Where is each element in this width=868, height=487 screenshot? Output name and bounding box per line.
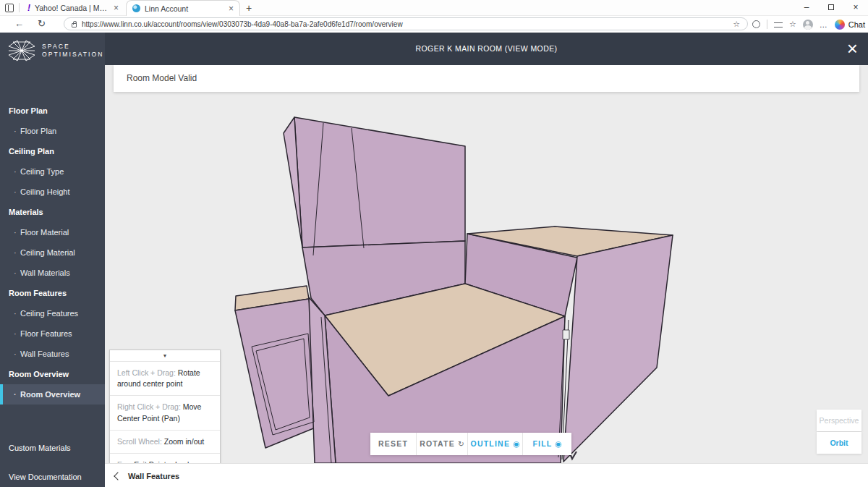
- new-tab-button[interactable]: +: [246, 2, 252, 14]
- sidebar-item-label: Ceiling Height: [20, 187, 69, 196]
- radio-on-icon: ◉: [513, 439, 519, 448]
- help-label: Right Click + Drag:: [117, 402, 183, 411]
- sidebar-item-custom-materials[interactable]: Custom Materials: [0, 438, 105, 458]
- sidebar-section-room-overview: Room Overview: [0, 364, 105, 384]
- yahoo-favicon-icon: !: [27, 3, 30, 13]
- close-tab-icon[interactable]: ×: [229, 4, 234, 14]
- back-wall-features-link[interactable]: Wall Features: [115, 464, 179, 487]
- bullet-icon: ·: [14, 161, 17, 182]
- sidebar-item-label: Wall Materials: [20, 268, 70, 277]
- tab-title: Linn Account: [145, 4, 224, 13]
- bullet-icon: ·: [14, 344, 17, 364]
- favorites-hub-icon[interactable]: ☆: [789, 20, 796, 29]
- sidebar-item-ceiling-material[interactable]: ·Ceiling Material: [0, 242, 105, 263]
- sidebar-item-floor-material[interactable]: ·Floor Material: [0, 222, 105, 242]
- copilot-chat-button[interactable]: Chat: [835, 20, 865, 30]
- sidebar-item-label: Floor Plan: [20, 127, 56, 135]
- sidebar-section-ceiling-plan: Ceiling Plan: [0, 141, 105, 161]
- browser-navbar: ← ↻ https://www.linn.co.uk/account/rooms…: [0, 16, 868, 33]
- room-3d-viewport[interactable]: Room Model Valid ▼ Left Click + Drag: Ro…: [105, 65, 868, 463]
- copilot-chat-label: Chat: [848, 20, 865, 29]
- tab-yahoo[interactable]: ! Yahoo! Canada | Mail, Weather, Se ×: [22, 0, 124, 16]
- help-label: Left Click + Drag:: [117, 368, 178, 377]
- minimize-button[interactable]: –: [794, 0, 819, 16]
- status-banner: Room Model Valid: [114, 65, 859, 92]
- bullet-icon: ·: [14, 121, 17, 141]
- lock-icon: [72, 23, 77, 27]
- reload-icon[interactable]: ↻: [38, 18, 46, 29]
- close-tab-icon[interactable]: ×: [114, 3, 119, 13]
- orbit-button[interactable]: Orbit: [817, 432, 861, 454]
- navbar-right-icons: ☆ … Chat: [752, 16, 865, 33]
- fill-toggle-button[interactable]: FILL ◉: [522, 433, 571, 455]
- rotate-icon: ↻: [458, 439, 464, 448]
- help-label: Scroll Wheel:: [117, 437, 164, 446]
- profile-avatar[interactable]: [803, 20, 813, 30]
- sidebar-item-floor-plan[interactable]: ·Floor Plan: [0, 121, 105, 141]
- back-icon[interactable]: ←: [14, 18, 24, 29]
- sidebar-item-label: Floor Material: [20, 228, 69, 237]
- address-bar[interactable]: https://www.linn.co.uk/account/rooms/vie…: [64, 17, 748, 30]
- extensions-icon[interactable]: [774, 21, 783, 28]
- sidebar-item-wall-features[interactable]: ·Wall Features: [0, 344, 105, 364]
- app-header: ROGER K MAIN ROOM (VIEW MODE) ×: [105, 33, 868, 65]
- sidebar-item-ceiling-type[interactable]: ·Ceiling Type: [0, 161, 105, 182]
- bullet-icon: ·: [14, 303, 17, 323]
- tab-linn-account[interactable]: Linn Account ×: [126, 0, 240, 16]
- sidebar-item-ceiling-height[interactable]: ·Ceiling Height: [0, 182, 105, 202]
- help-row-esc-: Esc: Exit Pointer Lock: [110, 453, 220, 463]
- help-value: Zoom in/out: [164, 437, 204, 446]
- sidebar-item-floor-features[interactable]: ·Floor Features: [0, 323, 105, 344]
- bullet-icon: ·: [14, 242, 17, 263]
- window-controls: – ×: [794, 0, 868, 16]
- sidebar-item-room-overview[interactable]: ·Room Overview: [0, 384, 105, 405]
- sidebar-item-wall-materials[interactable]: ·Wall Materials: [0, 263, 105, 283]
- perspective-button[interactable]: Perspective: [817, 410, 861, 431]
- linn-favicon-icon: [132, 4, 140, 12]
- sidebar-section-room-features: Room Features: [0, 283, 105, 303]
- copilot-icon: [835, 20, 845, 30]
- bullet-icon: ·: [14, 222, 17, 242]
- camera-mode-buttons: Perspective Orbit: [817, 410, 861, 454]
- logo-text: SPACE OPTIMISATION: [42, 43, 104, 59]
- sidebar: SPACE OPTIMISATION Floor Plan·Floor Plan…: [0, 33, 105, 487]
- close-icon[interactable]: ×: [847, 37, 858, 60]
- sidebar-item-label: Ceiling Type: [20, 167, 64, 176]
- bullet-icon: ·: [14, 323, 17, 344]
- tab-title: Yahoo! Canada | Mail, Weather, Se: [35, 4, 109, 12]
- wall-notch-gap: [563, 330, 569, 339]
- restore-button[interactable]: [819, 0, 843, 16]
- tab-actions-icon[interactable]: [5, 4, 14, 12]
- sidebar-item-view-documentation[interactable]: View Documentation: [0, 467, 105, 487]
- divider: [767, 20, 767, 29]
- sidebar-item-label: Floor Features: [20, 329, 72, 338]
- outline-toggle-button[interactable]: OUTLINE ◉: [467, 433, 522, 455]
- logo-block: SPACE OPTIMISATION: [0, 33, 105, 69]
- status-text: Room Model Valid: [127, 73, 197, 83]
- rotate-button[interactable]: ROTATE ↻: [416, 433, 467, 455]
- tower-front-wall: [294, 117, 465, 247]
- restore-icon: [828, 4, 834, 10]
- sidebar-section-materials: Materials: [0, 202, 105, 222]
- sidebar-section-floor-plan: Floor Plan: [0, 101, 105, 121]
- help-row-right-click-drag-: Right Click + Drag: Move Center Point (P…: [110, 395, 220, 429]
- bullet-icon: ·: [14, 384, 17, 405]
- sidebar-item-label: Room Overview: [20, 390, 80, 399]
- reset-button[interactable]: RESET: [370, 433, 416, 455]
- url-text[interactable]: https://www.linn.co.uk/account/rooms/vie…: [82, 20, 728, 28]
- sidebar-item-ceiling-features[interactable]: ·Ceiling Features: [0, 303, 105, 323]
- divider: [19, 3, 20, 12]
- collapse-caret-icon[interactable]: ▼: [110, 350, 220, 361]
- right-box-right-wall: [563, 235, 673, 462]
- room-title: ROGER K MAIN ROOM (VIEW MODE): [105, 33, 868, 65]
- browser-essentials-icon[interactable]: [752, 20, 760, 28]
- back-label: Wall Features: [128, 472, 179, 480]
- close-window-button[interactable]: ×: [843, 0, 868, 16]
- help-row-left-click-drag-: Left Click + Drag: Rotate around center …: [110, 361, 220, 395]
- favorites-star-icon[interactable]: ☆: [733, 20, 740, 29]
- bullet-icon: ·: [14, 182, 17, 202]
- more-menu-icon[interactable]: …: [820, 20, 828, 29]
- help-row-scroll-wheel-: Scroll Wheel: Zoom in/out: [110, 430, 220, 453]
- viewport-toolbar: RESET ROTATE ↻ OUTLINE ◉ FILL ◉: [370, 433, 571, 455]
- sidebar-nav: Floor Plan·Floor PlanCeiling Plan·Ceilin…: [0, 101, 105, 405]
